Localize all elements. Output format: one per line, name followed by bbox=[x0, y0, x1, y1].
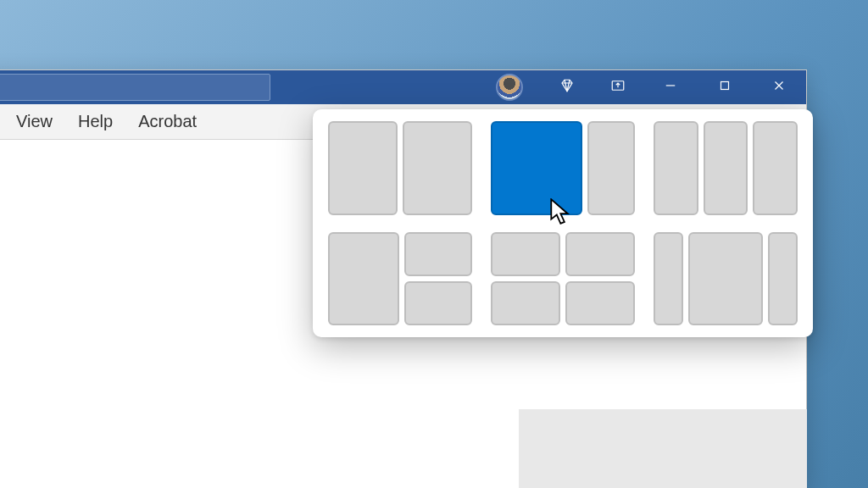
snap-zone[interactable] bbox=[403, 121, 472, 215]
snap-layout-quadrant[interactable] bbox=[491, 232, 635, 326]
snap-zone[interactable] bbox=[491, 281, 560, 325]
minimize-button[interactable] bbox=[643, 70, 698, 104]
snap-zone[interactable] bbox=[491, 232, 560, 276]
snap-layouts-flyout bbox=[313, 109, 813, 337]
scroll-track bbox=[519, 409, 807, 488]
share-to-window-icon bbox=[610, 78, 626, 97]
close-icon bbox=[771, 78, 787, 97]
snap-zone[interactable] bbox=[565, 281, 635, 325]
menu-help[interactable]: Help bbox=[78, 112, 113, 131]
snap-zone-selected[interactable] bbox=[491, 121, 582, 215]
user-avatar[interactable] bbox=[496, 74, 523, 101]
snap-zone[interactable] bbox=[753, 121, 798, 215]
maximize-icon bbox=[717, 78, 732, 97]
svg-rect-2 bbox=[721, 82, 729, 90]
premium-button[interactable] bbox=[542, 70, 593, 104]
menu-acrobat[interactable]: Acrobat bbox=[138, 112, 197, 131]
snap-zone[interactable] bbox=[565, 232, 635, 276]
menu-view[interactable]: View bbox=[16, 112, 53, 131]
snap-layout-three-column[interactable] bbox=[654, 121, 798, 215]
minimize-icon bbox=[663, 78, 678, 97]
snap-zone[interactable] bbox=[704, 121, 748, 215]
premium-diamond-icon bbox=[559, 78, 575, 97]
snap-zone[interactable] bbox=[654, 232, 683, 326]
snap-zone[interactable] bbox=[328, 121, 398, 215]
snap-layout-left-quarter-stack[interactable] bbox=[328, 232, 472, 326]
snap-zone[interactable] bbox=[654, 121, 698, 215]
snap-zone[interactable] bbox=[404, 232, 472, 276]
snap-layout-two-thirds-left[interactable] bbox=[491, 121, 635, 215]
title-search-box[interactable] bbox=[0, 74, 270, 101]
snap-zone[interactable] bbox=[404, 281, 472, 325]
snap-zone[interactable] bbox=[768, 232, 798, 326]
share-to-window-button[interactable] bbox=[593, 70, 643, 104]
snap-zone[interactable] bbox=[587, 121, 635, 215]
snap-zone[interactable] bbox=[328, 232, 399, 326]
maximize-button[interactable] bbox=[698, 70, 752, 104]
snap-layout-narrow-wide-narrow[interactable] bbox=[654, 232, 798, 326]
titlebar bbox=[0, 70, 806, 104]
snap-layout-half-half[interactable] bbox=[328, 121, 472, 215]
close-button[interactable] bbox=[752, 70, 806, 104]
snap-zone[interactable] bbox=[688, 232, 763, 326]
